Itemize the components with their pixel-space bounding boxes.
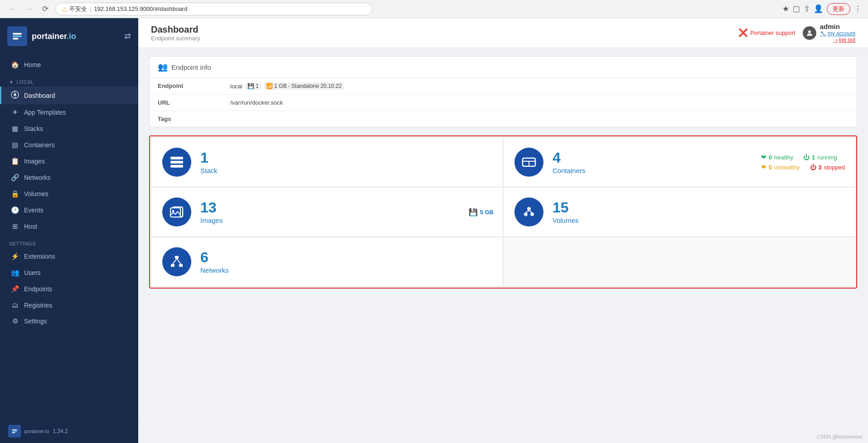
stack-card[interactable]: 1 Stack [151, 137, 503, 187]
containers-card-icon [514, 148, 543, 177]
sidebar-item-label: Host [24, 223, 37, 230]
containers-count: 4 [553, 150, 586, 165]
endpoint-info-icon: 👥 [158, 62, 168, 72]
sidebar-item-label: Images [24, 158, 45, 165]
events-icon: 🕐 [10, 206, 19, 214]
logo-icon [7, 26, 27, 46]
sidebar-item-registries[interactable]: 🗂 Registries [0, 297, 138, 313]
profile-icon[interactable]: 👤 [814, 4, 823, 14]
section-arrow-icon: ▼ [9, 80, 14, 85]
svg-point-23 [527, 207, 531, 211]
support-label: Portainer support [750, 29, 795, 36]
sidebar-item-images[interactable]: 📋 Images [0, 153, 138, 169]
svg-rect-3 [13, 38, 19, 40]
sidebar-item-endpoints[interactable]: 📌 Endpoints [0, 281, 138, 297]
running-label: running [817, 154, 837, 161]
address-bar[interactable]: △ 不安全 | 192.168.153.125:9000/#/dashboard [55, 3, 373, 15]
reload-button[interactable]: ⟳ [40, 3, 51, 14]
svg-point-25 [530, 212, 534, 216]
topbar: Dashboard Endpoint summary ❌ Portainer s… [138, 18, 868, 48]
table-row: Endpoint local 💾 1 📶 1 GB - Standalone 2… [150, 78, 857, 95]
svg-rect-2 [13, 35, 22, 37]
forward-button[interactable]: → [23, 4, 35, 14]
sidebar-item-label: Endpoints [24, 285, 52, 293]
endpoint-value: local 💾 1 📶 1 GB - Standalone 20.10.22 [222, 78, 857, 95]
admin-links: 🔧 my account ➝ log out [820, 30, 855, 43]
running-icon: ⏻ [803, 154, 810, 161]
stacks-icon: ▦ [10, 125, 19, 133]
my-account-link[interactable]: 🔧 my account [820, 30, 855, 37]
update-button[interactable]: 更新 [827, 3, 850, 15]
svg-point-24 [524, 212, 528, 216]
volumes-card-icon [514, 197, 543, 226]
sidebar-item-users[interactable]: 👥 Users [0, 265, 138, 281]
images-icon: 📋 [10, 157, 19, 165]
svg-rect-14 [170, 161, 183, 164]
images-card-info: 13 Images [200, 200, 223, 224]
back-button[interactable]: ← [6, 4, 19, 14]
svg-rect-30 [179, 264, 183, 267]
avatar [803, 26, 816, 40]
screenshot-icon[interactable]: ▢ [793, 4, 800, 14]
host-icon: ⊞ [10, 222, 19, 231]
endpoint-label: Endpoint [150, 78, 222, 95]
support-link[interactable]: ❌ Portainer support [738, 28, 795, 38]
sidebar-toggle[interactable]: ⇄ [124, 31, 131, 41]
topbar-actions: ❌ Portainer support admin 🔧 my account [738, 23, 855, 43]
containers-card-info: 4 Containers [553, 150, 586, 174]
sidebar-item-home[interactable]: 🏠 Home [0, 57, 138, 73]
containers-nav-icon: ▤ [10, 141, 19, 149]
sidebar-item-label: Registries [24, 302, 52, 309]
support-icon: ❌ [738, 28, 748, 38]
svg-line-32 [177, 259, 181, 264]
stack-count: 1 [200, 150, 218, 165]
sidebar-item-events[interactable]: 🕐 Events [0, 202, 138, 218]
chrome-actions: ★ ▢ ⇧ 👤 更新 ⋮ [782, 3, 862, 15]
containers-stats-row2: ❤ 0 unhealthy ⏻ 3 stopped [761, 164, 845, 171]
bookmark-icon[interactable]: ★ [782, 4, 789, 14]
healthy-stat: ❤ 0 healthy [761, 154, 793, 161]
images-card-icon [162, 197, 191, 226]
containers-card[interactable]: 4 Containers ❤ 0 healthy ⏻ 1 [503, 137, 855, 187]
healthy-icon: ❤ [761, 154, 766, 161]
stack-card-info: 1 Stack [200, 150, 218, 174]
endpoint-panel-header: 👥 Endpoint info [150, 57, 857, 78]
networks-card[interactable]: 6 Networks [151, 237, 503, 287]
dashboard-icon [10, 91, 19, 100]
svg-rect-28 [175, 256, 179, 259]
endpoint-value-area: local 💾 1 📶 1 GB - Standalone 20.10.22 [230, 82, 344, 90]
endpoint-local-text: local [230, 83, 242, 90]
sidebar-item-extensions[interactable]: ⚡ Extensions [0, 248, 138, 265]
images-card[interactable]: 13 Images 💾 5 GB [151, 187, 503, 237]
sidebar-item-stacks[interactable]: ▦ Stacks [0, 120, 138, 137]
sidebar-item-dashboard[interactable]: Dashboard [0, 87, 138, 104]
images-count: 13 [200, 200, 223, 215]
svg-point-12 [808, 30, 811, 33]
endpoint-chip-cpu: 💾 1 [245, 82, 261, 90]
sidebar-item-label: Users [24, 269, 41, 276]
sidebar-item-volumes[interactable]: 🔒 Volumes [0, 186, 138, 202]
volumes-card[interactable]: 15 Volumes [503, 187, 855, 237]
containers-details: ❤ 0 healthy ⏻ 1 running [761, 154, 845, 171]
sidebar-item-networks[interactable]: 🔗 Networks [0, 169, 138, 186]
sidebar-item-settings[interactable]: ⚙ Settings [0, 313, 138, 329]
volumes-card-info: 15 Volumes [553, 200, 579, 224]
logo-text: portainer.io [32, 32, 76, 41]
networks-label: Networks [200, 266, 229, 274]
log-out-link[interactable]: ➝ log out [834, 37, 855, 43]
unhealthy-stat: ❤ 0 unhealthy [761, 164, 800, 171]
sidebar-item-containers[interactable]: ▤ Containers [0, 137, 138, 153]
sidebar-item-label: Dashboard [24, 92, 55, 99]
sidebar-nav: 🏠 Home ▼ LOCAL Dashboard ✈ App Templates… [0, 53, 138, 419]
footer-logo-text: portainer.io [24, 429, 49, 434]
security-warning-text: 不安全 [69, 5, 87, 13]
networks-count: 6 [200, 250, 229, 265]
sidebar-item-app-templates[interactable]: ✈ App Templates [0, 104, 138, 120]
unhealthy-count: 0 [769, 164, 772, 171]
share-icon[interactable]: ⇧ [804, 4, 810, 14]
menu-icon[interactable]: ⋮ [854, 4, 862, 14]
svg-rect-29 [171, 264, 175, 267]
networks-nav-icon: 🔗 [10, 173, 19, 182]
endpoint-info-title: Endpoint info [171, 63, 211, 71]
sidebar-item-host[interactable]: ⊞ Host [0, 218, 138, 235]
